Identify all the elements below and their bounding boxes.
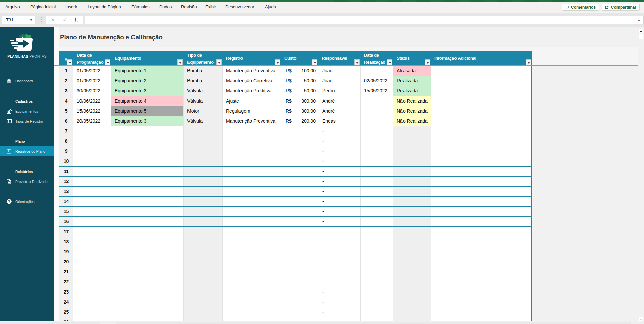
svg-text:?: ? xyxy=(8,199,10,203)
